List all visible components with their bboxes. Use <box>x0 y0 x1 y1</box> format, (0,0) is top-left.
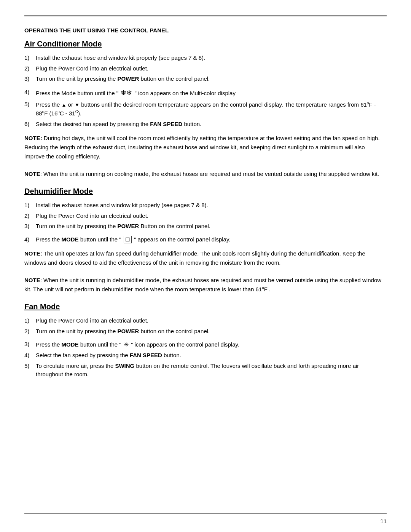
fan-mode-title: Fan Mode <box>24 302 387 311</box>
ac-note-2-text: NOTE: When the unit is running on coolin… <box>24 171 379 177</box>
fan-steps-list: 1) Plug the Power Cord into an electrica… <box>24 316 387 335</box>
fan-icon: ✳ <box>124 340 129 349</box>
ac-step-1-text: Install the exhaust hose and window kit … <box>36 54 387 62</box>
dehum-step-4: 4) Press the MODE button until the " ☐ "… <box>24 235 387 244</box>
fan-step-2: 2) Turn on the unit by pressing the POWE… <box>24 327 387 336</box>
fan-step-4: 4) Select the fan speed by pressing the … <box>24 351 387 360</box>
dehum-step-1-text: Install the exhaust hoses and window kit… <box>36 201 387 210</box>
bottom-border <box>24 513 387 514</box>
dehum-steps-list-2: 4) Press the MODE button until the " ☐ "… <box>24 235 387 244</box>
fan-step-4-text: Select the fan speed by pressing the FAN… <box>36 351 387 360</box>
ac-step-6: 6) Select the desired fan speed by press… <box>24 120 387 129</box>
dehum-step-3-text: Turn on the unit by pressing the POWER B… <box>36 222 387 231</box>
ac-step-1: 1) Install the exhaust hose and window k… <box>24 54 387 62</box>
top-border <box>24 15 387 16</box>
ac-step-3: 3) Turn on the unit by pressing the POWE… <box>24 75 387 83</box>
dehum-step-3: 3) Turn on the unit by pressing the POWE… <box>24 222 387 231</box>
fan-step-1: 1) Plug the Power Cord into an electrica… <box>24 316 387 325</box>
ac-note-1-text: NOTE: During hot days, the unit will coo… <box>24 135 380 160</box>
ac-step-6-text: Select the desired fan speed by pressing… <box>36 120 387 129</box>
ac-step-4: 4) Press the Mode button until the " ❄❄ … <box>24 88 387 98</box>
dehum-note-1: NOTE: The unit operates at low fan speed… <box>24 249 387 267</box>
ac-note-1: NOTE: During hot days, the unit will coo… <box>24 134 387 161</box>
dehum-step-4-text: Press the MODE button until the " ☐ " ap… <box>36 235 387 244</box>
dehum-mode-title: Dehumidifier Mode <box>24 187 387 196</box>
fan-step-2-text: Turn on the unit by pressing the POWER b… <box>36 327 387 336</box>
arrow-down-icon: ▼ <box>75 101 80 109</box>
fan-step-3-text: Press the MODE button until the " ✳ " ic… <box>36 340 387 349</box>
ac-note-2: NOTE: When the unit is running on coolin… <box>24 169 387 179</box>
ac-step-4-text: Press the Mode button until the " ❄❄ " i… <box>36 88 387 98</box>
operating-title-text: OPERATING THE UNIT USING THE CONTROL PAN… <box>24 27 169 34</box>
fan-step-5: 5) To circulate more air, press the SWIN… <box>24 362 387 379</box>
ac-mode-title: Air Conditioner Mode <box>24 40 387 48</box>
fan-step-1-text: Plug the Power Cord into an electrical o… <box>36 316 387 325</box>
fan-steps-list-2: 3) Press the MODE button until the " ✳ "… <box>24 340 387 379</box>
fan-step-5-text: To circulate more air, press the SWING b… <box>36 362 387 379</box>
dehum-step-2-text: Plug the Power Cord into an electrical o… <box>36 212 387 220</box>
dehum-note-1-text: NOTE: The unit operates at low fan speed… <box>24 250 365 266</box>
fan-step-3: 3) Press the MODE button until the " ✳ "… <box>24 340 387 349</box>
fan-title-text: Fan Mode <box>24 302 60 311</box>
dehum-note-2: NOTE: When the unit is running in dehumi… <box>24 276 387 294</box>
ac-step-3-text: Turn on the unit by pressing the POWER b… <box>36 75 387 83</box>
dehum-step-2: 2) Plug the Power Cord into an electrica… <box>24 212 387 220</box>
ac-step-5: 5) Press the ▲ or ▼ buttons until the de… <box>24 100 387 118</box>
ac-step-2-text: Plug the Power Cord into an electrical o… <box>36 64 387 73</box>
dehum-display-icon: ☐ <box>124 236 132 244</box>
dehum-steps-list: 1) Install the exhaust hoses and window … <box>24 201 387 231</box>
page-number: 11 <box>380 518 387 524</box>
page: OPERATING THE UNIT USING THE CONTROL PAN… <box>0 0 411 532</box>
ac-steps-list: 1) Install the exhaust hose and window k… <box>24 54 387 83</box>
ac-snowflake-icon: ❄❄ <box>121 88 132 98</box>
operating-header: OPERATING THE UNIT USING THE CONTROL PAN… <box>24 27 387 34</box>
arrow-up-icon: ▲ <box>62 101 67 109</box>
dehum-title-text: Dehumidifier Mode <box>24 187 93 195</box>
dehum-step-1: 1) Install the exhaust hoses and window … <box>24 201 387 210</box>
ac-step-2: 2) Plug the Power Cord into an electrica… <box>24 64 387 73</box>
ac-steps-list-2: 4) Press the Mode button until the " ❄❄ … <box>24 88 387 129</box>
ac-step-5-text: Press the ▲ or ▼ buttons until the desir… <box>36 100 387 118</box>
dehum-note-2-text: NOTE: When the unit is running in dehumi… <box>24 277 381 292</box>
ac-title-text: Air Conditioner Mode <box>24 40 102 48</box>
